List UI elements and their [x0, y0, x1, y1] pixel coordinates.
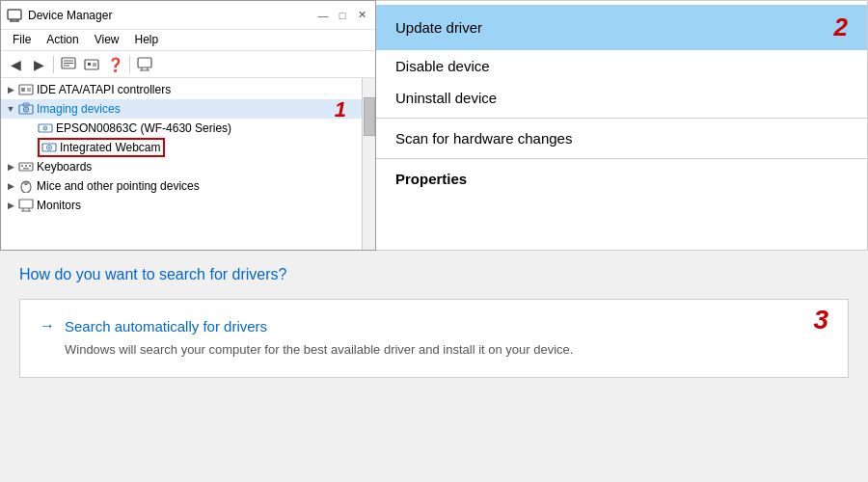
context-menu-separator-2: [376, 158, 867, 159]
menu-bar: File Action View Help: [1, 30, 375, 51]
svg-rect-38: [19, 200, 33, 208]
title-bar: Device Manager — □ ✕: [1, 1, 375, 30]
webcam-icon: [41, 140, 57, 155]
context-menu: Update driver 2 Disable device Uninstall…: [376, 0, 868, 251]
svg-point-22: [25, 109, 27, 111]
imaging-label: Imaging devices: [37, 102, 121, 116]
webcam-label: Integrated Webcam: [60, 141, 161, 154]
bottom-section: How do you want to search for drivers? →…: [0, 251, 868, 393]
menu-view[interactable]: View: [87, 32, 127, 48]
context-menu-update-driver[interactable]: Update driver 2: [376, 5, 867, 50]
expand-mice-icon: ▶: [3, 178, 18, 194]
svg-rect-8: [85, 60, 98, 69]
context-menu-properties[interactable]: Properties: [376, 163, 867, 195]
menu-file[interactable]: File: [5, 32, 39, 48]
tree-item-epson[interactable]: EPSON00863C (WF-4630 Series): [1, 119, 375, 138]
toolbar: ◀ ▶ ❓: [1, 51, 375, 78]
menu-action[interactable]: Action: [39, 32, 86, 48]
window-controls[interactable]: — □ ✕: [315, 8, 369, 23]
expand-epson-icon: [22, 120, 38, 136]
monitors-label: Monitors: [37, 199, 81, 212]
back-button[interactable]: ◀: [5, 54, 26, 75]
tree-item-ide[interactable]: ▶ IDE ATA/ATAPI controllers: [1, 80, 375, 99]
tree-item-imaging[interactable]: ▼ Imaging devices 1: [1, 99, 375, 119]
svg-rect-32: [25, 165, 27, 167]
context-menu-scan[interactable]: Scan for hardware changes: [376, 122, 867, 154]
svg-rect-17: [21, 88, 25, 92]
device-tree: ▶ IDE ATA/ATAPI controllers ▼: [1, 78, 375, 250]
keyboards-label: Keyboards: [37, 160, 92, 174]
monitors-icon: [18, 198, 34, 213]
computer-button[interactable]: [134, 54, 155, 75]
auto-search-desc: Windows will search your computer for th…: [40, 340, 828, 360]
close-button[interactable]: ✕: [354, 8, 369, 23]
context-menu-uninstall-device[interactable]: Uninstall device: [376, 82, 867, 114]
help-button[interactable]: ❓: [104, 54, 125, 75]
arrow-icon: →: [40, 317, 55, 335]
annotation-2: 2: [834, 13, 848, 42]
toolbar-separator-2: [129, 56, 130, 73]
properties-button[interactable]: [58, 54, 79, 75]
tree-item-monitors[interactable]: ▶ Monitors: [1, 196, 375, 215]
auto-search-label: Search automatically for drivers: [65, 318, 267, 335]
forward-button[interactable]: ▶: [28, 54, 49, 75]
svg-rect-33: [29, 165, 31, 167]
tree-item-mice[interactable]: ▶ Mice and other pointing devices: [1, 176, 375, 196]
webcam-highlight-box: Integrated Webcam: [38, 138, 165, 157]
svg-rect-31: [21, 165, 23, 167]
keyboards-icon: [18, 159, 34, 174]
expand-imaging-icon: ▼: [3, 101, 18, 117]
window-title: Device Manager: [28, 9, 112, 22]
epson-icon: [38, 120, 53, 136]
annotation-1: 1: [335, 97, 346, 122]
search-option-box[interactable]: → Search automatically for drivers 3 Win…: [19, 299, 849, 378]
svg-rect-12: [138, 58, 151, 67]
mice-icon: [18, 178, 34, 194]
search-question: How do you want to search for drivers?: [19, 266, 849, 283]
scrollbar[interactable]: [362, 78, 375, 250]
tree-item-keyboards[interactable]: ▶ Keyboards: [1, 157, 375, 176]
scrollbar-thumb[interactable]: [364, 97, 375, 136]
context-menu-disable-device[interactable]: Disable device: [376, 50, 867, 82]
driver-button[interactable]: [81, 54, 102, 75]
svg-rect-0: [8, 10, 21, 19]
svg-point-29: [48, 147, 50, 148]
expand-icon: ▶: [3, 82, 18, 97]
toolbar-separator-1: [53, 56, 54, 73]
mice-label: Mice and other pointing devices: [37, 179, 200, 193]
auto-search-option[interactable]: → Search automatically for drivers 3: [40, 317, 828, 335]
svg-point-26: [44, 127, 46, 129]
svg-rect-9: [88, 63, 91, 66]
minimize-button[interactable]: —: [315, 8, 331, 23]
maximize-button[interactable]: □: [335, 8, 350, 23]
ide-label: IDE ATA/ATAPI controllers: [37, 83, 171, 96]
context-menu-separator: [376, 118, 867, 119]
device-manager-window: Device Manager — □ ✕ File Action View He…: [0, 0, 376, 251]
svg-rect-34: [23, 168, 29, 170]
expand-monitors-icon: ▶: [3, 198, 18, 213]
annotation-3: 3: [813, 305, 828, 335]
tree-item-webcam[interactable]: Integrated Webcam: [1, 138, 375, 157]
epson-label: EPSON00863C (WF-4630 Series): [56, 121, 231, 135]
ide-icon: [18, 82, 34, 97]
menu-help[interactable]: Help: [127, 32, 167, 48]
imaging-icon: [18, 101, 34, 117]
app-icon: [7, 8, 22, 23]
expand-webcam-icon: [22, 140, 38, 155]
expand-keyboards-icon: ▶: [3, 159, 18, 174]
